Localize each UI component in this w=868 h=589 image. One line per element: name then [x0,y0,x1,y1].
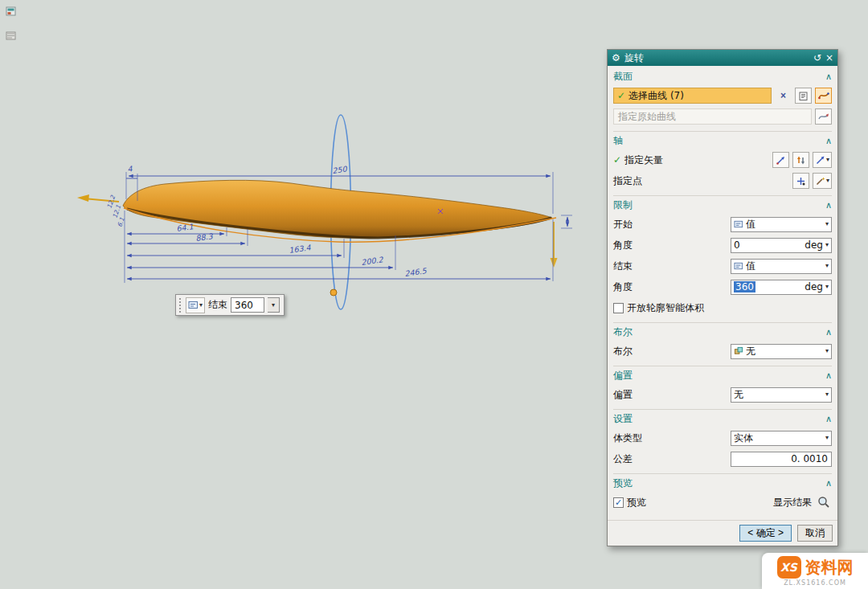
revolved-solid-body[interactable] [123,180,556,242]
vector-type-dropdown[interactable]: ▾ [813,152,832,168]
boolean-label: 布尔 [613,345,633,358]
open-profile-label: 开放轮廓智能体积 [627,301,704,315]
value-option-icon [734,219,743,229]
dim-label-4: 4 [127,164,133,174]
section-group-axis: 轴 ∧ ✓ 指定矢量 [613,131,832,195]
offset-label: 偏置 [613,388,633,402]
end-angle-dropdown[interactable]: ▾ [268,297,280,313]
chevron-down-icon: ▾ [826,157,829,163]
check-icon: ✓ [615,498,622,507]
angle-drag-handle[interactable] [330,289,337,296]
dialog-titlebar[interactable]: ⚙ 旋转 ↺ × [608,50,837,66]
curve-icon [818,91,829,100]
section-group-preview: 预览 ∧ ✓ 预览 显示结果 [613,473,832,517]
check-icon: ✓ [617,90,625,101]
watermark: XS 资料网 ZL.XS1616.COM [762,553,868,589]
drag-grip[interactable] [178,297,182,313]
preview-label: 预览 [627,496,646,509]
chevron-down-icon: ▾ [825,242,829,248]
end-mode-value: 值 [746,260,823,273]
section-header-label: 布尔 [613,325,825,339]
watermark-brand: 资料网 [805,557,854,579]
collapse-chevron-boolean[interactable]: ∧ [825,327,832,337]
point-wand-icon [815,176,825,186]
point-type-dropdown[interactable]: ▾ [813,173,832,189]
original-curve-button[interactable] [815,108,832,125]
point-dialog-button[interactable] [792,173,809,189]
end-mode-select[interactable]: 值 ▾ [731,259,832,274]
reverse-direction-icon [796,155,806,166]
curve-list-button[interactable] [795,88,812,104]
end-angle-input[interactable]: 360 [231,297,264,313]
xs-logo: XS [777,556,801,579]
section-header-label: 限制 [613,198,825,212]
dim-label-88: 88.3 [195,231,214,243]
xs-logo-text: XS [780,561,797,574]
close-button[interactable]: × [825,53,833,63]
collapse-chevron-offset[interactable]: ∧ [825,370,832,381]
specify-point-label: 指定点 [613,174,642,188]
chevron-down-icon: ▾ [199,302,203,309]
end-angle-label: 角度 [613,280,633,294]
vector-dialog-button[interactable] [772,152,789,168]
section-header-label: 轴 [613,134,825,148]
start-mode-select[interactable]: 值 ▾ [731,217,832,232]
original-curve-placeholder: 指定原始曲线 [618,110,676,124]
body-type-value: 实体 [734,432,823,445]
reverse-direction-button[interactable] [792,152,809,168]
preview-checkbox[interactable]: ✓ [613,497,624,508]
end-label: 结束 [208,298,227,312]
magnifier-icon [817,496,830,509]
offset-value: 无 [734,388,823,402]
body-type-label: 体类型 [613,432,642,445]
check-icon: ✓ [613,154,621,166]
start-angle-input[interactable]: 0 deg ▾ [731,238,832,253]
limit-option-dropdown[interactable]: ▾ [186,297,205,313]
dim-label-200: 200.2 [361,255,384,267]
reset-button[interactable]: ↺ [813,53,821,63]
cad-app-window: 250 4 64.1 88.3 163.4 200.2 246.5 12.2 1… [0,0,868,589]
section-header-label: 偏置 [613,369,825,382]
collapse-chevron-limits[interactable]: ∧ [825,200,832,211]
viewport-3d[interactable]: 250 4 64.1 88.3 163.4 200.2 246.5 12.2 1… [0,0,607,589]
collapse-chevron-section[interactable]: ∧ [825,72,832,82]
end-label: 结束 [613,260,633,273]
specify-vector-label: 指定矢量 [624,153,663,167]
chevron-down-icon: ▾ [825,348,829,354]
section-header-label: 截面 [613,70,825,84]
chevron-down-icon: ▾ [826,178,829,184]
end-angle-input[interactable]: 360 deg ▾ [731,280,832,295]
curve-rule-button[interactable] [815,88,832,104]
boolean-value: 无 [746,345,823,358]
cancel-button[interactable]: 取消 [797,525,833,542]
collapse-chevron-axis[interactable]: ∧ [825,136,832,146]
offset-select[interactable]: 无 ▾ [731,387,832,403]
start-mode-value: 值 [746,218,823,231]
select-curve-label: 选择曲线 (7) [628,89,684,103]
collapse-chevron-settings[interactable]: ∧ [825,414,832,424]
point-dialog-icon [796,176,806,186]
chevron-down-icon: ▾ [825,391,829,398]
unit-label: deg [805,239,823,251]
show-result-button[interactable] [815,494,832,510]
onscreen-limit-toolbar: ▾ 结束 360 ▾ [175,294,285,316]
start-angle-value: 0 [734,239,802,251]
boolean-none-icon [734,346,743,356]
original-curve-field[interactable]: 指定原始曲线 [613,108,812,125]
deselect-button[interactable]: × [775,88,792,104]
ok-button[interactable]: < 确定 > [739,525,792,542]
boolean-select[interactable]: 无 ▾ [731,344,832,359]
tolerance-label: 公差 [613,452,633,466]
body-type-select[interactable]: 实体 ▾ [731,431,832,446]
vector-dialog-icon [776,155,786,166]
dim-label-64: 64.1 [176,222,194,233]
remove-x-icon: × [780,90,786,101]
chevron-down-icon: ▾ [825,284,829,290]
dialog-footer: < 确定 > 取消 [608,520,837,546]
select-curve-field[interactable]: ✓ 选择曲线 (7) [613,88,772,104]
tolerance-input[interactable]: 0. 0010 [731,452,832,467]
open-profile-checkbox[interactable] [613,303,624,313]
collapse-chevron-preview[interactable]: ∧ [825,478,832,489]
dim-label-246: 246.5 [404,266,428,278]
section-group-settings: 设置 ∧ 体类型 实体 ▾ 公差 0. 0010 [613,409,832,473]
